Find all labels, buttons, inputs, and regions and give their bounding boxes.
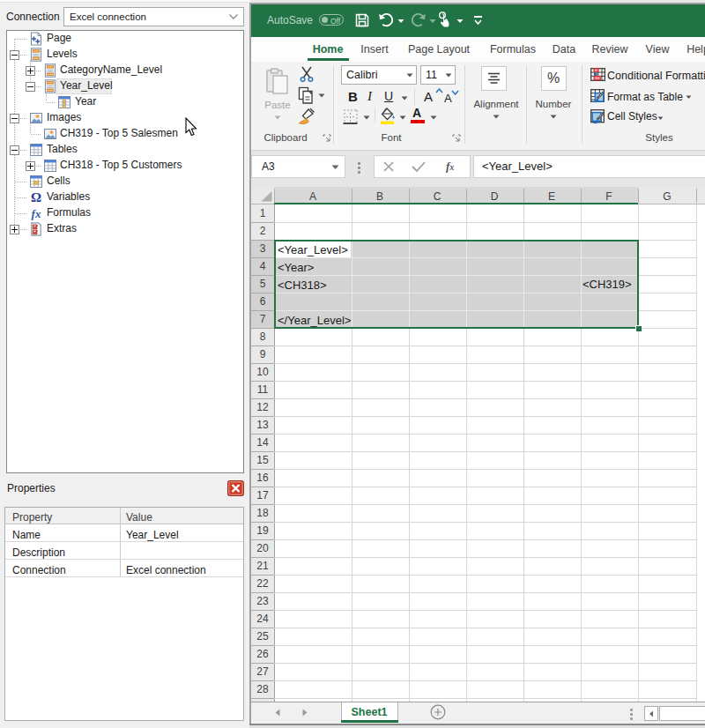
- svg-text:fx: fx: [32, 207, 41, 220]
- svg-text:Ω: Ω: [31, 190, 41, 204]
